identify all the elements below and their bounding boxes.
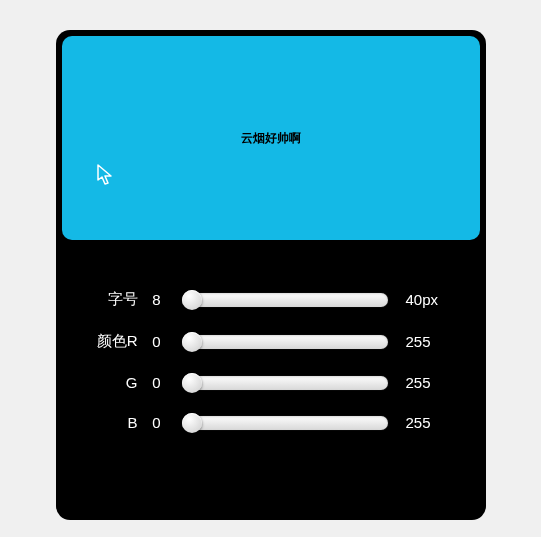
slider-max: 255 <box>400 414 450 431</box>
slider-thumb[interactable] <box>182 373 202 393</box>
slider-wrap <box>170 376 400 390</box>
slider-min: 0 <box>144 333 170 350</box>
slider-min: 0 <box>144 374 170 391</box>
color-r-slider[interactable] <box>182 335 388 349</box>
fontsize-slider[interactable] <box>182 293 388 307</box>
slider-min: 0 <box>144 414 170 431</box>
slider-wrap <box>170 416 400 430</box>
slider-label: B <box>92 414 144 431</box>
slider-row-color-b: B 0 255 <box>92 414 450 431</box>
cursor-icon <box>97 164 115 186</box>
preview-text: 云烟好帅啊 <box>241 130 301 147</box>
slider-thumb[interactable] <box>182 290 202 310</box>
control-panel: 云烟好帅啊 字号 8 40px 颜色R 0 255 <box>56 30 486 520</box>
slider-row-color-r: 颜色R 0 255 <box>92 332 450 351</box>
slider-wrap <box>170 293 400 307</box>
slider-label: 字号 <box>92 290 144 309</box>
color-g-slider[interactable] <box>182 376 388 390</box>
slider-min: 8 <box>144 291 170 308</box>
slider-thumb[interactable] <box>182 332 202 352</box>
slider-row-color-g: G 0 255 <box>92 374 450 391</box>
slider-max: 40px <box>400 291 450 308</box>
slider-max: 255 <box>400 374 450 391</box>
slider-max: 255 <box>400 333 450 350</box>
slider-label: 颜色R <box>92 332 144 351</box>
preview-area: 云烟好帅啊 <box>62 36 480 240</box>
color-b-slider[interactable] <box>182 416 388 430</box>
slider-label: G <box>92 374 144 391</box>
slider-wrap <box>170 335 400 349</box>
slider-thumb[interactable] <box>182 413 202 433</box>
controls-area: 字号 8 40px 颜色R 0 255 G 0 <box>62 240 480 514</box>
slider-row-fontsize: 字号 8 40px <box>92 290 450 309</box>
